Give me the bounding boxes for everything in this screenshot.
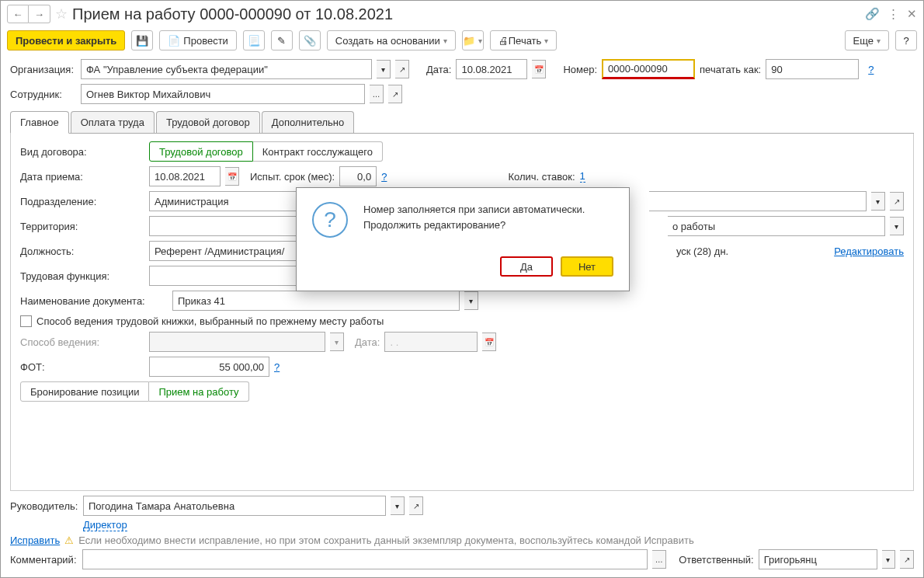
head-label: Руководитель: (10, 500, 78, 512)
print-as-input[interactable]: 90 (766, 59, 859, 79)
date-input[interactable]: 10.08.2021 (456, 59, 527, 79)
tab-main[interactable]: Главное (10, 111, 69, 134)
help-button[interactable]: ? (895, 30, 917, 50)
head-open[interactable]: ↗ (409, 496, 423, 515)
schedule-open[interactable]: ↗ (890, 192, 904, 211)
tab-payment[interactable]: Оплата труда (71, 111, 155, 133)
head-role-link[interactable]: Директор (83, 519, 127, 531)
position-input[interactable]: Референт /Администрация/ (149, 241, 304, 261)
doc-name-dd[interactable]: ▾ (464, 291, 478, 310)
org-dd[interactable]: ▾ (377, 60, 391, 78)
hire-date-label: Дата приема: (20, 171, 144, 183)
method-dd: ▾ (330, 333, 344, 351)
attach-button[interactable]: 📎 (299, 30, 321, 50)
method-input (149, 332, 325, 352)
func-input[interactable] (149, 266, 304, 286)
create-based-button[interactable]: Создать на основании (327, 30, 456, 50)
dialog-yes-button[interactable]: Да (500, 256, 553, 277)
org-open[interactable]: ↗ (395, 60, 409, 78)
folder-button[interactable]: 📁 (462, 30, 484, 50)
probation-label: Испыт. срок (мес): (250, 171, 335, 183)
head-dd[interactable]: ▾ (391, 496, 405, 515)
rate-label: Колич. ставок: (508, 171, 575, 183)
resp-label: Ответственный: (679, 554, 753, 566)
hire-date-cal[interactable]: 📅 (225, 167, 239, 186)
emp-label: Сотрудник: (10, 89, 76, 100)
prev-workbook-label: Способ ведения трудовой книжки, выбранны… (36, 315, 384, 327)
comment-input[interactable] (82, 549, 648, 569)
menu-icon[interactable]: ⋮ (888, 7, 899, 21)
dialog-line2: Продолжить редактирование? (363, 218, 585, 233)
emp-input[interactable]: Огнев Виктор Михайлович (81, 84, 365, 104)
schedule-dd[interactable]: ▾ (871, 192, 885, 211)
link-icon[interactable]: 🔗 (865, 7, 880, 21)
post-button[interactable]: 📄Провести (159, 30, 237, 50)
save-button[interactable]: 💾 (131, 30, 153, 50)
fix-note: Если необходимо внести исправление, но п… (78, 534, 693, 546)
number-input[interactable]: 0000-000090 (602, 59, 695, 79)
more-button[interactable]: Еще (845, 30, 889, 50)
fix-link[interactable]: Исправить (10, 534, 60, 546)
org-input[interactable]: ФА "Управление субъекта федерации" (81, 59, 372, 79)
edit-icon-button[interactable]: ✎ (271, 30, 293, 50)
date-label: Дата: (426, 64, 451, 75)
method-date-input: . . (384, 332, 478, 352)
emp-pick[interactable]: … (370, 85, 384, 103)
probation-help[interactable]: ? (381, 171, 387, 183)
resp-dd[interactable]: ▾ (882, 550, 896, 569)
num-label: Номер: (563, 64, 597, 75)
contract-labor-button[interactable]: Трудовой договор (149, 141, 253, 162)
method-label: Способ ведения: (20, 336, 144, 348)
dept-label: Подразделение: (20, 196, 144, 207)
territory-input[interactable] (149, 216, 304, 236)
nav-forward-button[interactable]: → (29, 5, 50, 23)
print-as-label: печатать как: (700, 64, 761, 75)
comment-pick[interactable]: … (652, 550, 666, 569)
position-label: Должность: (20, 245, 144, 257)
post-close-button[interactable]: Провести и закрыть (7, 30, 125, 50)
method-date-label: Дата: (355, 336, 380, 348)
close-icon[interactable]: ✕ (907, 7, 917, 21)
date-cal[interactable]: 📅 (532, 60, 546, 78)
hire-date-input[interactable]: 10.08.2021 (149, 166, 221, 186)
tab-contract[interactable]: Трудовой договор (156, 111, 260, 133)
favorite-icon[interactable]: ☆ (55, 5, 68, 23)
org-label: Организация: (10, 64, 76, 75)
booking-button[interactable]: Бронирование позиции (20, 381, 149, 402)
tab-additional[interactable]: Дополнительно (262, 111, 355, 133)
dialog-no-button[interactable]: Нет (561, 256, 613, 277)
fot-help[interactable]: ? (274, 361, 280, 373)
head-input[interactable]: Погодина Тамара Анатольевна (83, 496, 386, 516)
emp-open[interactable]: ↗ (388, 85, 402, 103)
fot-input[interactable]: 55 000,00 (149, 357, 269, 377)
print-as-help[interactable]: ? (868, 64, 874, 75)
method-date-cal: 📅 (482, 333, 496, 351)
schedule-input[interactable] (649, 191, 867, 211)
probation-input[interactable]: 0,0 (339, 166, 377, 186)
rate-link[interactable]: 1 (580, 170, 585, 183)
doc-name-input[interactable]: Приказ 41 (172, 291, 460, 311)
vacation-text: уск (28) дн. (676, 245, 728, 257)
nav-back-button[interactable]: ← (7, 5, 29, 23)
doc-icon-button[interactable]: 📃 (243, 30, 265, 50)
fot-label: ФОТ: (20, 361, 144, 373)
territory-label: Территория: (20, 221, 144, 232)
resp-input[interactable]: Григорьянц (759, 549, 877, 569)
prev-workbook-checkbox[interactable] (20, 315, 32, 327)
resp-open[interactable]: ↗ (900, 550, 914, 569)
work-input[interactable]: о работы (668, 216, 885, 236)
dept-input[interactable]: Администрация (149, 191, 304, 211)
comment-label: Комментарий: (10, 554, 78, 566)
hire-button[interactable]: Прием на работу (149, 381, 248, 402)
dialog-line1: Номер заполняется при записи автоматичес… (363, 202, 585, 218)
func-label: Трудовая функция: (20, 270, 144, 282)
warning-icon: ⚠ (64, 534, 74, 546)
work-dd[interactable]: ▾ (890, 217, 904, 235)
page-title: Прием на работу 0000-000090 от 10.08.202… (72, 5, 393, 23)
confirm-dialog: ? Номер заполняется при записи автоматич… (296, 187, 630, 291)
contract-civil-button[interactable]: Контракт госслужащего (253, 141, 383, 162)
edit-link[interactable]: Редактировать (834, 245, 904, 257)
print-button[interactable]: 🖨 Печать (490, 30, 558, 50)
contract-type-label: Вид договора: (20, 146, 144, 158)
doc-name-label: Наименование документа: (20, 295, 168, 307)
